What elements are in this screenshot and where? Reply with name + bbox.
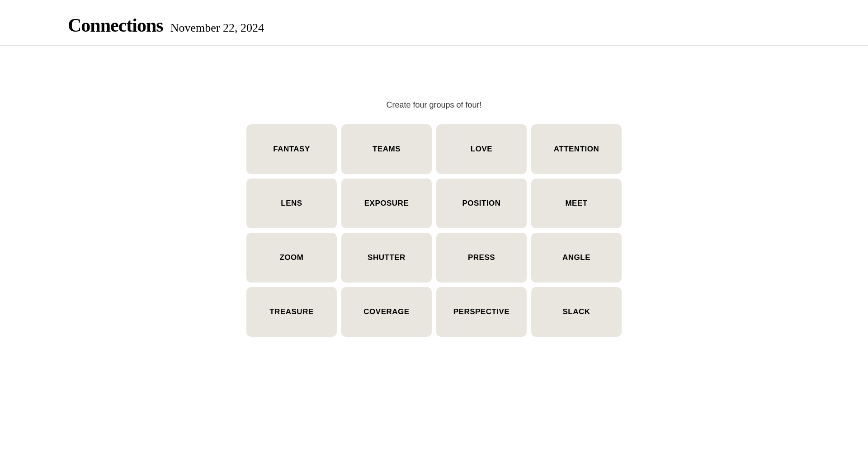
tile-label-press: PRESS <box>468 253 495 262</box>
tile-teams[interactable]: TEAMS <box>341 124 432 174</box>
tile-treasure[interactable]: TREASURE <box>246 287 337 337</box>
tile-love[interactable]: LOVE <box>436 124 527 174</box>
tile-perspective[interactable]: PERSPECTIVE <box>436 287 527 337</box>
tile-label-exposure: EXPOSURE <box>364 199 409 208</box>
tile-label-attention: ATTENTION <box>554 145 599 154</box>
tile-lens[interactable]: LENS <box>246 179 337 228</box>
tile-label-love: LOVE <box>471 145 492 154</box>
tile-label-shutter: SHUTTER <box>368 253 406 262</box>
tile-attention[interactable]: ATTENTION <box>531 124 622 174</box>
tile-label-meet: MEET <box>565 199 587 208</box>
tile-shutter[interactable]: SHUTTER <box>341 233 432 283</box>
tile-label-position: POSITION <box>462 199 500 208</box>
page-date: November 22, 2024 <box>170 21 264 35</box>
tile-label-fantasy: FANTASY <box>273 145 310 154</box>
page-header: Connections November 22, 2024 <box>0 0 868 45</box>
tile-label-perspective: PERSPECTIVE <box>453 307 510 316</box>
tile-angle[interactable]: ANGLE <box>531 233 622 283</box>
tile-label-angle: ANGLE <box>562 253 590 262</box>
tile-grid: FANTASYTEAMSLOVEATTENTIONLENSEXPOSUREPOS… <box>246 124 622 337</box>
tile-label-slack: SLACK <box>562 307 590 316</box>
tile-label-treasure: TREASURE <box>269 307 314 316</box>
tile-slack[interactable]: SLACK <box>531 287 622 337</box>
tile-label-zoom: ZOOM <box>280 253 304 262</box>
game-subtitle: Create four groups of four! <box>386 100 481 110</box>
tile-exposure[interactable]: EXPOSURE <box>341 179 432 228</box>
tile-label-lens: LENS <box>281 199 302 208</box>
tile-press[interactable]: PRESS <box>436 233 527 283</box>
tile-position[interactable]: POSITION <box>436 179 527 228</box>
tile-fantasy[interactable]: FANTASY <box>246 124 337 174</box>
tile-label-teams: TEAMS <box>373 145 401 154</box>
game-area: Create four groups of four! FANTASYTEAMS… <box>0 73 868 337</box>
tile-coverage[interactable]: COVERAGE <box>341 287 432 337</box>
tile-label-coverage: COVERAGE <box>363 307 409 316</box>
header-divider <box>0 45 868 46</box>
tile-meet[interactable]: MEET <box>531 179 622 228</box>
tile-zoom[interactable]: ZOOM <box>246 233 337 283</box>
page-title: Connections <box>68 14 163 36</box>
